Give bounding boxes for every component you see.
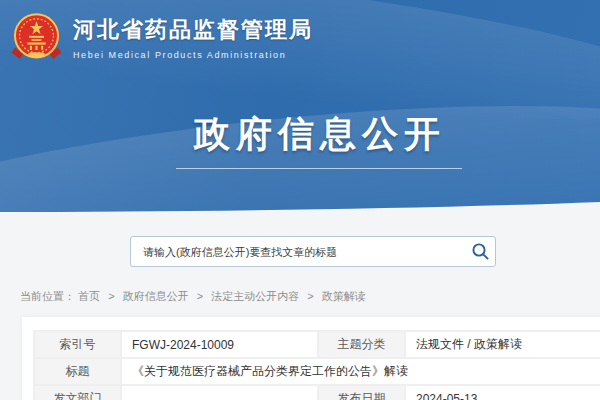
breadcrumb-item-gov-info[interactable]: 政府信息公开 (123, 290, 189, 302)
issuing-dept-label: 发文部门 (34, 385, 121, 400)
search-button[interactable] (465, 237, 495, 266)
site-logo-link[interactable]: 河北省药品监督管理局 Hebei Medical Products Admini… (10, 11, 313, 64)
publish-date-value: 2024-05-13 (405, 385, 600, 400)
title-value: 《关于规范医疗器械产品分类界定工作的公告》解读 (121, 358, 600, 385)
search-input[interactable] (131, 237, 465, 266)
title-label: 标题 (34, 358, 121, 385)
search-icon (471, 242, 490, 261)
org-name-zh: 河北省药品监督管理局 (73, 15, 313, 45)
breadcrumb-item-statutory-disclosure[interactable]: 法定主动公开内容 (211, 290, 299, 302)
banner-title-underline (176, 168, 462, 169)
breadcrumb: 当前位置： 首页 > 政府信息公开 > 法定主动公开内容 > 政策解读 (20, 289, 366, 304)
breadcrumb-item-home[interactable]: 首页 (78, 290, 100, 302)
site-header-banner: 河北省药品监督管理局 Hebei Medical Products Admini… (0, 0, 600, 212)
table-row: 发文部门 发布日期 2024-05-13 (34, 385, 600, 400)
index-number-value: FGWJ-2024-10009 (121, 331, 318, 358)
table-row: 标题 《关于规范医疗器械产品分类界定工作的公告》解读 (34, 358, 600, 385)
breadcrumb-label: 当前位置： (20, 290, 75, 302)
breadcrumb-item-policy-interpretation[interactable]: 政策解读 (322, 290, 366, 302)
breadcrumb-separator: > (307, 290, 313, 302)
topic-category-value: 法规文件 / 政策解读 (405, 331, 600, 358)
breadcrumb-separator: > (108, 290, 114, 302)
issuing-dept-value (121, 385, 318, 400)
publish-date-label: 发布日期 (318, 385, 405, 400)
site-title-group: 河北省药品监督管理局 Hebei Medical Products Admini… (73, 15, 313, 60)
article-search-box (130, 236, 496, 267)
document-detail-card: 索引号 FGWJ-2024-10009 主题分类 法规文件 / 政策解读 标题 … (22, 317, 600, 400)
breadcrumb-separator: > (197, 290, 203, 302)
banner-bottom-curve (0, 199, 600, 212)
table-row: 索引号 FGWJ-2024-10009 主题分类 法规文件 / 政策解读 (34, 331, 600, 358)
document-meta-table: 索引号 FGWJ-2024-10009 主题分类 法规文件 / 政策解读 标题 … (33, 330, 600, 400)
topic-category-label: 主题分类 (318, 331, 405, 358)
org-name-en: Hebei Medical Products Administration (73, 50, 313, 60)
index-number-label: 索引号 (34, 331, 121, 358)
national-emblem-icon (10, 11, 63, 64)
page-banner-title: 政府信息公开 (140, 110, 500, 159)
